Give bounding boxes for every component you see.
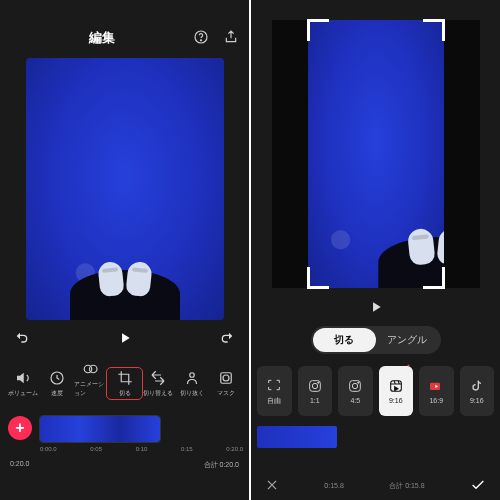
aspect-label: 9:16: [389, 397, 403, 404]
tool-label: マスク: [217, 389, 235, 398]
mode-segmented[interactable]: 切る アングル: [311, 326, 441, 354]
timeline-clip[interactable]: [40, 416, 160, 442]
crop-handle-bl[interactable]: [307, 267, 329, 289]
video-preview[interactable]: [26, 58, 224, 320]
tool-speed[interactable]: 速度: [40, 369, 74, 398]
tool-label: 切り替える: [143, 389, 173, 398]
tool-label: アニメーション: [74, 380, 108, 398]
confirm-button[interactable]: [470, 477, 486, 494]
tool-row: ボリューム 速度 アニメーション 切る 切り替える 切り抜く マスク: [0, 356, 249, 404]
svg-point-4: [89, 365, 97, 373]
tool-volume[interactable]: ボリューム: [6, 369, 40, 398]
svg-rect-6: [221, 373, 232, 384]
add-clip-button[interactable]: +: [8, 416, 32, 440]
seg-angle[interactable]: アングル: [376, 328, 439, 352]
aspect-label: 1:1: [310, 397, 320, 404]
crop-preview[interactable]: [272, 20, 480, 288]
total-time: 合計 0:20.0: [204, 460, 239, 470]
tool-replace[interactable]: 切り替える: [141, 369, 175, 398]
svg-point-13: [358, 382, 359, 383]
seg-crop[interactable]: 切る: [313, 328, 376, 352]
tool-animation[interactable]: アニメーション: [74, 360, 108, 398]
svg-point-10: [317, 382, 318, 383]
help-icon[interactable]: [193, 29, 209, 48]
timeline[interactable]: + 0:00.0 0:05 0:10 0:15 0:20.0 0:20.0 合計…: [0, 404, 249, 474]
aspect-label: 自由: [267, 396, 281, 406]
play-button[interactable]: [118, 331, 132, 349]
crop-handle-tl[interactable]: [307, 19, 329, 41]
tool-mask[interactable]: マスク: [209, 369, 243, 398]
tool-label: ボリューム: [8, 389, 38, 398]
svg-point-7: [223, 375, 229, 381]
play-button[interactable]: [251, 288, 500, 326]
editor-main-panel: 編集 ボリューム: [0, 0, 249, 500]
total-time: 合計 0:15.8: [389, 481, 424, 491]
aspect-free[interactable]: 自由: [257, 366, 292, 416]
timeline-clip[interactable]: [257, 426, 337, 448]
redo-button[interactable]: [219, 330, 235, 350]
tool-label: 切る: [119, 389, 131, 398]
svg-point-1: [200, 39, 201, 40]
tool-label: 速度: [51, 389, 63, 398]
title-bar: 編集: [0, 24, 249, 52]
status-bar: [0, 0, 249, 24]
undo-button[interactable]: [14, 330, 30, 350]
aspect-16-9[interactable]: 16:9: [419, 366, 454, 416]
aspect-label: 16:9: [429, 397, 443, 404]
cancel-button[interactable]: [265, 478, 279, 493]
aspect-4-5[interactable]: 4:5: [338, 366, 373, 416]
share-icon[interactable]: [223, 29, 239, 48]
aspect-9-16-reel[interactable]: 9:16: [379, 366, 414, 416]
aspect-label: 4:5: [350, 397, 360, 404]
crop-panel: 切る アングル 自由 1:1 4:5 9:16 16:9 9:1: [251, 0, 500, 500]
aspect-row: 自由 1:1 4:5 9:16 16:9 9:16: [251, 366, 500, 416]
svg-rect-15: [430, 383, 440, 390]
aspect-label: 9:16: [470, 397, 484, 404]
aspect-9-16-tiktok[interactable]: 9:16: [460, 366, 495, 416]
aspect-1-1[interactable]: 1:1: [298, 366, 333, 416]
transport-bar: [0, 320, 249, 356]
svg-point-5: [190, 373, 195, 378]
playhead-time: 0:15.8: [324, 482, 343, 489]
crop-handle-tr[interactable]: [423, 19, 445, 41]
bottom-bar: 0:15.8 合計 0:15.8: [251, 477, 500, 494]
svg-point-12: [353, 383, 358, 388]
tool-crop[interactable]: 切る: [108, 369, 142, 398]
svg-point-9: [312, 383, 317, 388]
crop-handle-br[interactable]: [423, 267, 445, 289]
tool-cutout[interactable]: 切り抜く: [175, 369, 209, 398]
page-title: 編集: [89, 29, 115, 47]
tool-label: 切り抜く: [180, 389, 204, 398]
time-ticks: 0:00.0 0:05 0:10 0:15 0:20.0: [40, 446, 243, 452]
playhead-time: 0:20.0: [10, 460, 29, 470]
